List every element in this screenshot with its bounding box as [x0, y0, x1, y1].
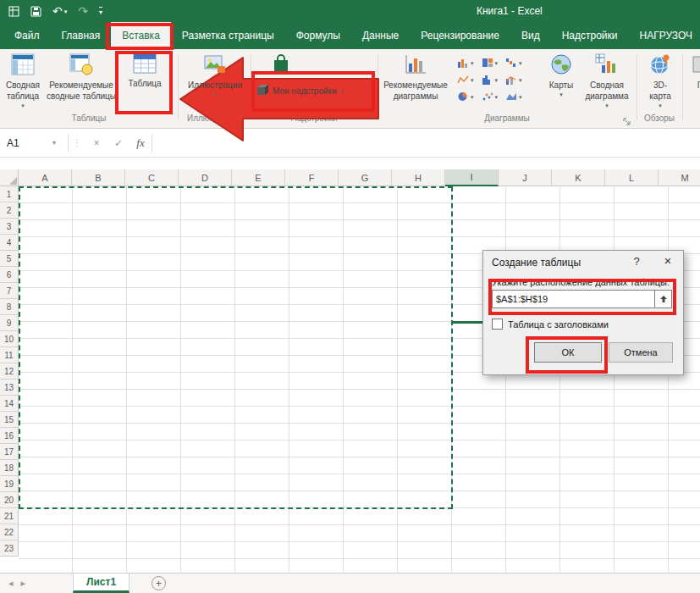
- row-header[interactable]: 2: [0, 202, 19, 219]
- row-header[interactable]: 20: [0, 492, 19, 508]
- sheet-nav-left-icon[interactable]: ◂: [8, 578, 14, 589]
- row-headers: 1 2 3 4 5 6 7 8 9 10 11 12 13 14 15 16 1…: [0, 186, 19, 557]
- row-header[interactable]: 23: [0, 540, 19, 557]
- histogram-chart-button[interactable]: ▾: [482, 75, 499, 85]
- row-header[interactable]: 9: [0, 315, 19, 331]
- pivot-chart-icon: [595, 53, 619, 79]
- my-addins-button[interactable]: Мои надстройки ▾: [256, 83, 343, 98]
- column-header[interactable]: K: [552, 169, 605, 186]
- row-header[interactable]: 21: [0, 508, 19, 524]
- column-header[interactable]: M: [659, 169, 700, 186]
- pie-chart-button[interactable]: ▾: [457, 91, 474, 102]
- grid-cells[interactable]: [19, 186, 700, 573]
- surface-chart-button[interactable]: ▾: [505, 91, 522, 102]
- row-header[interactable]: 3: [0, 219, 19, 235]
- tab-view[interactable]: Вид: [510, 22, 551, 49]
- column-header[interactable]: E: [232, 169, 285, 186]
- range-picker-button[interactable]: [654, 291, 671, 308]
- waterfall-chart-button[interactable]: ▾: [505, 58, 522, 68]
- row-header[interactable]: 11: [0, 347, 19, 363]
- sheet-tab-list1[interactable]: Лист1: [73, 574, 130, 593]
- map-3d-label-1: 3D-: [653, 80, 667, 90]
- tab-addins[interactable]: Надстройки: [551, 22, 629, 49]
- column-header[interactable]: F: [285, 169, 339, 186]
- range-input[interactable]: [493, 291, 653, 308]
- column-header[interactable]: A: [19, 169, 72, 186]
- maps-button[interactable]: Карты ▾: [543, 53, 579, 97]
- pivot-chart-button[interactable]: Сводная диаграмма ▾: [579, 53, 635, 108]
- name-box[interactable]: A1: [0, 129, 52, 157]
- row-header[interactable]: 1: [0, 186, 19, 202]
- row-header[interactable]: 12: [0, 363, 19, 380]
- headers-checkbox[interactable]: [492, 319, 503, 330]
- group-separator: [178, 54, 179, 120]
- column-header[interactable]: D: [179, 169, 232, 186]
- group-label-addins: Надстройки: [251, 114, 378, 125]
- tab-page-layout[interactable]: Разметка страницы: [171, 22, 285, 49]
- tab-formulas[interactable]: Формулы: [285, 22, 351, 49]
- combo-chart-button[interactable]: ▾: [505, 75, 522, 85]
- row-header[interactable]: 5: [0, 251, 19, 267]
- save-icon[interactable]: [30, 6, 41, 17]
- pivot-table-button[interactable]: Сводная таблица ▾: [3, 53, 42, 108]
- row-header[interactable]: 4: [0, 235, 19, 251]
- tab-home[interactable]: Главная: [51, 22, 112, 49]
- add-sheet-button[interactable]: +: [152, 576, 166, 590]
- table-button[interactable]: Таблица: [119, 53, 171, 88]
- dropdown-caret-icon: ▾: [495, 94, 499, 100]
- column-header[interactable]: L: [605, 169, 659, 186]
- column-header[interactable]: H: [392, 169, 445, 186]
- column-header[interactable]: B: [72, 169, 125, 186]
- tab-data[interactable]: Данные: [351, 22, 410, 49]
- column-chart-button[interactable]: ▾: [457, 58, 474, 68]
- dropdown-caret-icon: ▾: [605, 103, 609, 108]
- qat-customize-icon[interactable]: ▾: [99, 7, 102, 16]
- insert-function-icon[interactable]: fx: [130, 136, 152, 150]
- dialog-help-icon[interactable]: ?: [627, 255, 646, 268]
- row-header[interactable]: 17: [0, 444, 19, 460]
- formula-bar-grip-icon[interactable]: ⋮: [69, 138, 85, 147]
- hierarchy-chart-button[interactable]: ▾: [482, 58, 499, 68]
- clipped-right-button[interactable]: Гр: [687, 53, 700, 90]
- row-header[interactable]: 7: [0, 283, 19, 299]
- row-header[interactable]: 22: [0, 524, 19, 540]
- redo-icon[interactable]: ↷: [78, 5, 88, 17]
- cancel-entry-icon[interactable]: ×: [85, 137, 107, 149]
- column-header[interactable]: G: [339, 169, 392, 186]
- cancel-button[interactable]: Отмена: [609, 342, 673, 363]
- tab-insert[interactable]: Вставка: [111, 22, 171, 49]
- recommended-charts-button[interactable]: Рекомендуемые диаграммы: [381, 53, 450, 101]
- column-header[interactable]: C: [125, 169, 179, 186]
- row-header[interactable]: 15: [0, 412, 19, 428]
- sheet-tab-bar: ◂ ▸ Лист1 +: [0, 573, 700, 593]
- charts-dialog-launcher-icon[interactable]: [623, 114, 631, 130]
- row-header[interactable]: 6: [0, 267, 19, 283]
- row-header[interactable]: 16: [0, 428, 19, 444]
- formula-input[interactable]: [152, 129, 700, 157]
- dialog-close-icon[interactable]: ×: [658, 253, 678, 268]
- line-chart-button[interactable]: ▾: [457, 75, 474, 85]
- enter-entry-icon[interactable]: ✓: [107, 137, 130, 149]
- tab-file[interactable]: Файл: [3, 22, 51, 49]
- sheet-nav-right-icon[interactable]: ▸: [21, 578, 26, 589]
- select-all-corner[interactable]: [0, 169, 19, 186]
- illustrations-button[interactable]: Иллюстрации ▾: [183, 53, 247, 97]
- map-3d-button[interactable]: 3D- карта ▾: [640, 53, 681, 108]
- undo-icon[interactable]: ↶▾: [52, 5, 67, 17]
- row-header[interactable]: 14: [0, 396, 19, 412]
- name-box-caret-icon[interactable]: ▾: [52, 139, 68, 147]
- scatter-chart-button[interactable]: ▾: [482, 91, 499, 102]
- column-header[interactable]: J: [499, 169, 552, 186]
- row-header[interactable]: 10: [0, 331, 19, 347]
- row-header[interactable]: 13: [0, 380, 19, 396]
- row-header[interactable]: 8: [0, 299, 19, 315]
- recommended-pivots-button[interactable]: Рекомендуемые сводные таблицы: [46, 53, 117, 101]
- tab-review[interactable]: Рецензирование: [410, 22, 510, 49]
- tab-load-test[interactable]: НАГРУЗОЧ: [629, 22, 700, 49]
- row-header[interactable]: 19: [0, 476, 19, 492]
- row-header[interactable]: 18: [0, 460, 19, 476]
- dropdown-caret-icon: ▾: [519, 60, 522, 66]
- undo-caret-icon[interactable]: ▾: [64, 8, 68, 14]
- ok-button[interactable]: ОК: [534, 342, 602, 363]
- column-header-selected[interactable]: I: [445, 169, 499, 186]
